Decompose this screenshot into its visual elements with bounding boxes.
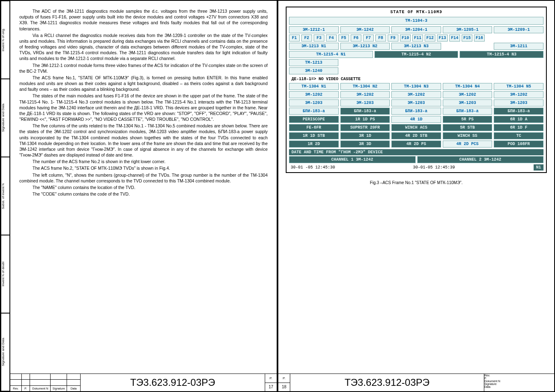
screen-cell: ЭМ-1211 <box>494 43 543 50</box>
grid-cell: 1R 1D STB <box>289 132 339 139</box>
grid-cell: ЭМ-1202 <box>340 91 390 98</box>
fuse-cell: F3 <box>314 35 324 42</box>
right-page: STATE OF MTK-110МЭ ТМ-1104-3 ЭМ-1212-1ЭМ… <box>278 0 555 392</box>
fuse-cell: F10 <box>400 35 411 42</box>
grid-cell: ЭМ-1202 <box>289 91 339 98</box>
screen-cell: ЭМ-1213 N3 <box>391 43 441 50</box>
screen-cell: ЭМ-1242 <box>340 26 390 33</box>
grid-cell: 6R 1D F <box>494 124 543 131</box>
hdr-rev: Rev. <box>484 374 554 377</box>
grid-cell: ЭМ-1203 <box>391 99 441 106</box>
hdr-dok: Dokument N <box>30 386 51 391</box>
grid-cell: БПИ-183-а <box>391 108 441 115</box>
grid-cell: WINCH SS <box>443 132 493 139</box>
side-tab: Invent N of doubl <box>1 235 10 313</box>
screen-cell: ЭМ-1212-1 <box>289 26 339 33</box>
hdr-p: P. <box>22 386 30 391</box>
fuse-cell: F13 <box>437 35 448 42</box>
paragraph: The number of the ACS frame No.2 is show… <box>19 159 268 164</box>
paragraph: The "CODE" column contains the code of t… <box>19 191 268 197</box>
page-number-box: P. 17 <box>265 374 277 391</box>
grid-cell: PERISCOPE <box>289 116 339 123</box>
grid-cell: TC <box>494 132 543 139</box>
de-state: ДЕ-118-1=> NO VIDEO CASSETTE <box>289 76 543 82</box>
fuse-cell: F8 <box>375 35 386 42</box>
datetime-right: 30-01-05 12:45:39 <box>412 164 532 171</box>
grid-cell: ЭМ-1202 <box>494 91 543 98</box>
screen-cell: TM-1304 N4 <box>443 83 493 90</box>
screen-cell: ЭМ-1209-1 <box>494 26 543 33</box>
screen-cell: ЭМ-1205-1 <box>443 26 493 33</box>
fuse-cell: F1 <box>289 35 300 42</box>
grid-cell: БПИ-183-а <box>340 108 390 115</box>
hdr-data: Data <box>67 386 80 391</box>
fuse-cell: F16 <box>474 35 485 42</box>
screen-cell: TM-1304 N3 <box>391 83 441 90</box>
channel2: CHANNEL 2 ЭМ-1242 <box>417 156 544 163</box>
screen-cell: ЭМ-1213 N2 <box>340 43 390 50</box>
fuse-cell: F4 <box>326 35 337 42</box>
grid-cell: ЭМ-1203 <box>289 99 339 106</box>
hdr-data: Data <box>484 385 554 388</box>
hdr-sig: Signature <box>484 383 554 385</box>
grid-cell: 3R 3D <box>340 141 390 148</box>
hdr-dok: Dokument N <box>484 380 554 383</box>
figure-caption: Fig.3 –ACS Frame No.1 "STATE OF МТК-110М… <box>286 180 547 185</box>
date-header: DATE AND TIME FROM "ГНОМ -2МЭ" DEVICE <box>289 149 543 155</box>
datetime-left: 30-01 -05 12:45:30 <box>289 164 409 171</box>
fuse-cell: F12 <box>425 35 435 42</box>
screen-cell: ЭМ-1213 N1 <box>289 43 339 50</box>
screen-cell: ЭМ-1204-1 <box>391 26 441 33</box>
side-tabs: Invent N of orig. Signature and Data Sub… <box>1 1 10 391</box>
tm1215-cell: TM-1215-4 N3 <box>460 51 543 58</box>
revision-table: Rev. P. Dokument N Signature Data <box>484 374 554 391</box>
title-block: Rev. P. Dokument N Signature Data ТЭ3.62… <box>10 374 277 391</box>
grid-cell: 1R 2D <box>289 141 339 148</box>
side-tab: Signature and Data <box>1 79 10 157</box>
fuse-cell: F11 <box>412 35 423 42</box>
datetime-row: 30-01 -05 12:45:30 30-01-05 12:45:39 N1 <box>289 164 543 171</box>
hdr-rev: Rev. <box>10 386 22 391</box>
paragraph: The five columns of the units related to… <box>19 123 268 158</box>
grid-cell: ЭМ-1203 <box>340 99 390 106</box>
paragraph: The left column, "N", shows the numbers … <box>19 172 268 184</box>
em1240: ЭМ-1240 <box>289 67 338 74</box>
title-block-right: P. 18 ТЭ3.623.912-03РЭ Rev. P. Dokument … <box>278 374 554 391</box>
grid-cell: 4R 2D PCS <box>443 141 493 148</box>
tm1213: TM-1213 <box>289 59 338 66</box>
tm1215-cell: TM-1215-4 N2 <box>375 51 458 58</box>
n1-badge: N1 <box>534 164 543 171</box>
screen-wrap: STATE OF MTK-110МЭ ТМ-1104-3 ЭМ-1212-1ЭМ… <box>278 1 554 187</box>
screen-cell: TM-1304 N1 <box>289 83 339 90</box>
paragraph: The ACS frame No.1, "STATE OF МТК-110МЭ"… <box>19 75 268 92</box>
grid-cell: 5R PS <box>443 116 493 123</box>
grid-cell: 1R 1D PS <box>340 116 390 123</box>
grid-cell: БПИ-183-а <box>494 108 543 115</box>
grid-cell: WINCH ACS <box>391 124 441 131</box>
hdr-p: P. <box>484 377 554 380</box>
grid-cell: ЭМ-1203 <box>494 99 543 106</box>
hdr-sig: Signature <box>51 386 67 391</box>
page-num: 17 <box>265 383 277 392</box>
grid-cell: БПИ-183-а <box>289 108 339 115</box>
grid-cell: ЭМ-1203 <box>443 99 493 106</box>
fuse-cell: F7 <box>363 35 374 42</box>
grid-cell: ЭМ-1202 <box>391 91 441 98</box>
doc-number: ТЭ3.623.912-03РЭ <box>80 374 265 391</box>
side-tab: Invent N of orig. <box>1 1 10 79</box>
tm1215-cell: TM-1215-4 N1 <box>289 51 373 58</box>
fuse-cell: F15 <box>462 35 472 42</box>
paragraph: The ЭМ-1212-1 control module forms three… <box>19 62 268 74</box>
left-content: The ADC of the ЭМ-1211 diagnostics modul… <box>10 1 277 391</box>
grid-cell: ЭМ-1202 <box>443 91 493 98</box>
grid-cell: 4R 2D PS <box>391 141 441 148</box>
p-label: P. <box>265 374 277 383</box>
body-text: The ADC of the ЭМ-1211 diagnostics modul… <box>10 1 277 374</box>
doc-number: ТЭ3.623.912-03РЭ <box>290 374 484 391</box>
fuse-cell: F6 <box>351 35 361 42</box>
grid-cell: 4R 1D <box>391 116 441 123</box>
fuse-cell: F9 <box>388 35 398 42</box>
fuse-cell: F2 <box>301 35 312 42</box>
paragraph: The ACS frame No.2, "STATE OF МТК-110МЭ … <box>19 165 268 171</box>
grid-cell: 3R 1D <box>340 132 390 139</box>
